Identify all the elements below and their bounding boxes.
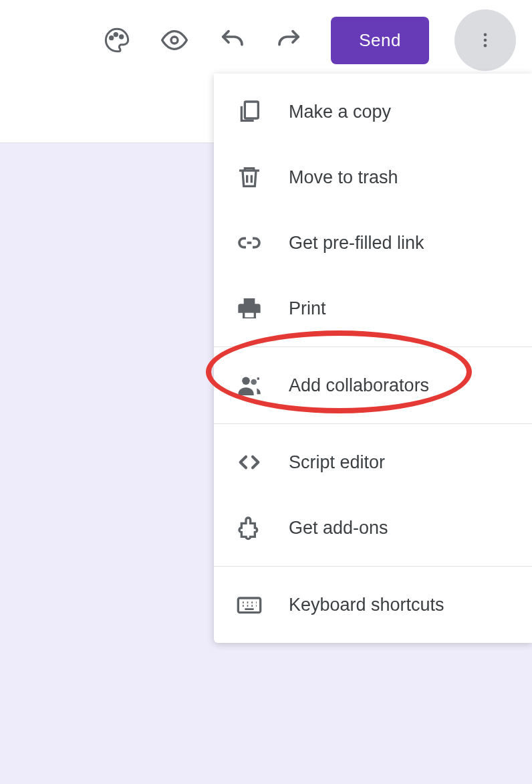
svg-rect-11 bbox=[238, 598, 260, 613]
code-icon bbox=[235, 448, 263, 476]
svg-rect-8 bbox=[245, 313, 253, 318]
svg-point-9 bbox=[242, 377, 250, 385]
menu-label: Keyboard shortcuts bbox=[289, 595, 444, 615]
menu-label: Get add-ons bbox=[289, 518, 388, 538]
menu-item-get-addons[interactable]: Get add-ons bbox=[214, 495, 532, 561]
menu-item-add-collaborators[interactable]: Add collaborators bbox=[214, 353, 532, 418]
more-dropdown-menu: Make a copy Move to trash G bbox=[214, 74, 532, 643]
print-icon bbox=[235, 294, 263, 322]
menu-section-tools: Script editor Get add-ons bbox=[214, 424, 532, 567]
menu-label: Print bbox=[289, 298, 326, 319]
trash-icon bbox=[235, 163, 263, 191]
preview-icon[interactable] bbox=[158, 24, 190, 56]
svg-point-4 bbox=[484, 33, 487, 37]
svg-point-2 bbox=[120, 35, 123, 38]
menu-item-print[interactable]: Print bbox=[214, 276, 532, 341]
svg-point-5 bbox=[484, 39, 487, 42]
menu-item-keyboard-shortcuts[interactable]: Keyboard shortcuts bbox=[214, 572, 532, 638]
person-add-icon bbox=[235, 371, 263, 399]
menu-item-move-to-trash[interactable]: Move to trash bbox=[214, 144, 532, 210]
menu-label: Script editor bbox=[289, 452, 385, 473]
toolbar: Send bbox=[0, 0, 532, 80]
menu-section-help: Keyboard shortcuts bbox=[214, 567, 532, 643]
menu-item-prefilled-link[interactable]: Get pre-filled link bbox=[214, 210, 532, 276]
svg-point-10 bbox=[251, 379, 257, 385]
menu-section-share: Add collaborators bbox=[214, 347, 532, 424]
menu-label: Add collaborators bbox=[289, 375, 429, 396]
undo-icon[interactable] bbox=[216, 24, 248, 56]
redo-icon[interactable] bbox=[273, 24, 305, 56]
menu-label: Make a copy bbox=[289, 102, 391, 122]
menu-section-file: Make a copy Move to trash G bbox=[214, 74, 532, 347]
menu-item-make-copy[interactable]: Make a copy bbox=[214, 79, 532, 144]
svg-point-3 bbox=[171, 37, 178, 43]
svg-point-1 bbox=[114, 33, 117, 36]
keyboard-icon bbox=[235, 591, 263, 619]
svg-point-0 bbox=[110, 37, 113, 39]
send-button[interactable]: Send bbox=[331, 17, 429, 64]
extension-icon bbox=[235, 514, 263, 542]
link-icon bbox=[235, 229, 263, 257]
menu-label: Move to trash bbox=[289, 167, 398, 188]
more-menu-button[interactable] bbox=[454, 9, 516, 71]
copy-icon bbox=[235, 98, 263, 126]
svg-rect-7 bbox=[245, 102, 258, 118]
menu-item-script-editor[interactable]: Script editor bbox=[214, 429, 532, 495]
svg-point-6 bbox=[484, 44, 487, 47]
palette-icon[interactable] bbox=[101, 24, 133, 56]
menu-label: Get pre-filled link bbox=[289, 233, 424, 254]
